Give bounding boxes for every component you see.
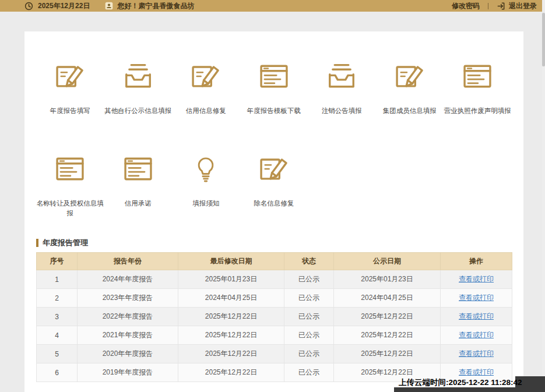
- shortcut-item[interactable]: 年度报告模板下载: [240, 61, 308, 116]
- cell-status: 已公示: [284, 289, 334, 308]
- cell-modified: 2025年12月22日: [178, 345, 284, 363]
- table-row: 52020年年度报告2025年12月22日已公示2025年12月22日查看或打印: [37, 345, 512, 363]
- shortcut-label: 填报须知: [192, 199, 219, 209]
- cell-published: 2025年12月22日: [334, 326, 441, 345]
- dark-strip: [394, 387, 545, 392]
- section-marker: [36, 239, 38, 247]
- form-document-icon: [462, 61, 493, 92]
- shortcut-label: 年度报告填写: [50, 106, 90, 116]
- inbox-tray-icon: [326, 61, 357, 92]
- report-table-body: 12024年年度报告2025年01月23日已公示2025年01月23日查看或打印…: [37, 270, 512, 382]
- column-header-status: 状态: [284, 253, 334, 270]
- inbox-tray-icon: [122, 61, 154, 92]
- shortcut-item[interactable]: 信用信息修复: [172, 61, 240, 116]
- shortcut-row-1: 年度报告填写其他自行公示信息填报信用信息修复年度报告模板下载注销公告填报集团成员…: [24, 31, 523, 116]
- topbar-right: 修改密码 退出登录: [452, 1, 537, 11]
- cell-no: 1: [37, 270, 78, 289]
- cell-action: 查看或打印: [441, 345, 512, 363]
- edit-pencil-icon: [258, 153, 290, 185]
- table-row: 22023年年度报告2024年04月25日已公示2024年04月25日查看或打印: [37, 289, 512, 308]
- shortcut-item[interactable]: 营业执照作废声明填报: [444, 61, 512, 116]
- table-row: 12024年年度报告2025年01月23日已公示2025年01月23日查看或打印: [37, 270, 512, 289]
- topbar-left: 2025年12月22日 您好！肃宁县香傲食品坊: [24, 1, 194, 11]
- cell-action: 查看或打印: [441, 270, 512, 289]
- cell-status: 已公示: [284, 326, 334, 345]
- cell-no: 4: [37, 326, 78, 345]
- view-or-print-link[interactable]: 查看或打印: [459, 294, 494, 302]
- scrollbar[interactable]: [542, 0, 545, 392]
- view-or-print-link[interactable]: 查看或打印: [459, 349, 494, 358]
- cell-published: 2024年04月25日: [334, 289, 441, 308]
- cell-action: 查看或打印: [441, 326, 512, 345]
- section-header: 年度报告管理: [36, 238, 512, 248]
- shortcut-label: 注销公告填报: [322, 106, 362, 116]
- view-or-print-link[interactable]: 查看或打印: [459, 368, 494, 376]
- view-or-print-link[interactable]: 查看或打印: [459, 331, 494, 339]
- cell-modified: 2025年01月23日: [178, 270, 284, 289]
- cell-modified: 2025年12月22日: [178, 326, 284, 345]
- main-card: 年度报告填写其他自行公示信息填报信用信息修复年度报告模板下载注销公告填报集团成员…: [24, 31, 523, 392]
- cell-year: 2022年年度报告: [78, 308, 178, 326]
- lightbulb-icon: [190, 153, 221, 185]
- column-header-no: 序号: [37, 253, 78, 270]
- cell-year: 2019年年度报告: [78, 363, 178, 382]
- view-or-print-link[interactable]: 查看或打印: [459, 312, 494, 320]
- shortcut-item[interactable]: 集团成员信息填报: [376, 61, 444, 116]
- cell-modified: 2025年12月22日: [178, 363, 284, 382]
- shortcut-item[interactable]: 名称转让及授权信息填报: [36, 153, 104, 218]
- cell-year: 2023年年度报告: [78, 289, 178, 308]
- cell-modified: 2025年12月22日: [178, 308, 284, 326]
- topbar-divider: [488, 3, 488, 9]
- edit-pencil-icon: [54, 61, 86, 92]
- cell-status: 已公示: [284, 363, 334, 382]
- column-header-year: 报告年份: [78, 253, 178, 270]
- cell-year: 2020年年度报告: [78, 345, 178, 363]
- shortcut-item[interactable]: 信用承诺: [104, 153, 173, 209]
- shortcut-label: 其他自行公示信息填报: [104, 106, 171, 116]
- change-password-link[interactable]: 修改密码: [452, 1, 480, 11]
- shortcut-item[interactable]: 其他自行公示信息填报: [104, 61, 173, 116]
- cell-no: 2: [37, 289, 78, 308]
- cell-year: 2021年年度报告: [78, 326, 178, 345]
- form-document-icon: [122, 153, 154, 185]
- user-greeting: 您好！肃宁县香傲食品坊: [117, 1, 194, 11]
- logout-link[interactable]: 退出登录: [509, 1, 537, 11]
- shortcut-label: 年度报告模板下载: [247, 106, 301, 116]
- scrollbar-thumb[interactable]: [542, 13, 545, 66]
- shortcut-item[interactable]: 填报须知: [172, 153, 240, 209]
- edit-pencil-icon: [190, 61, 221, 92]
- cell-published: 2025年01月23日: [334, 270, 441, 289]
- annual-report-table: 序号报告年份最后修改日期状态公示日期操作 12024年年度报告2025年01月2…: [36, 252, 512, 382]
- cell-year: 2024年年度报告: [78, 270, 178, 289]
- shortcut-label: 除名信息修复: [254, 199, 294, 209]
- cell-status: 已公示: [284, 270, 334, 289]
- column-header-action: 操作: [441, 253, 512, 270]
- cell-no: 5: [37, 345, 78, 363]
- shortcut-item[interactable]: 注销公告填报: [308, 61, 376, 116]
- user-badge-icon: [105, 2, 113, 10]
- shortcut-item[interactable]: 除名信息修复: [240, 153, 308, 209]
- current-date: 2025年12月22日: [38, 1, 90, 11]
- cell-modified: 2024年04月25日: [178, 289, 284, 308]
- shortcut-label: 营业执照作废声明填报: [444, 106, 511, 116]
- topbar: 2025年12月22日 您好！肃宁县香傲食品坊 修改密码 退出登录: [0, 0, 545, 12]
- clock-icon: [24, 2, 33, 10]
- cell-no: 6: [37, 363, 78, 382]
- shortcut-label: 信用信息修复: [186, 106, 226, 116]
- column-header-published: 公示日期: [334, 253, 441, 270]
- logout-icon: [497, 2, 505, 10]
- edit-pencil-icon: [394, 61, 426, 92]
- shortcut-label: 名称转让及授权信息填报: [36, 199, 104, 218]
- section-title: 年度报告管理: [43, 238, 88, 248]
- cell-action: 查看或打印: [441, 308, 512, 326]
- table-row: 32022年年度报告2025年12月22日已公示2025年12月22日查看或打印: [37, 308, 512, 326]
- shortcut-row-2: 名称转让及授权信息填报信用承诺填报须知除名信息修复: [24, 116, 523, 218]
- table-row: 42021年年度报告2025年12月22日已公示2025年12月22日查看或打印: [37, 326, 512, 345]
- form-document-icon: [258, 61, 290, 92]
- cell-no: 3: [37, 308, 78, 326]
- view-or-print-link[interactable]: 查看或打印: [459, 275, 494, 283]
- table-header-row: 序号报告年份最后修改日期状态公示日期操作: [37, 253, 512, 270]
- shortcut-item[interactable]: 年度报告填写: [36, 61, 104, 116]
- upload-timestamp: 上传云端时间:2025-12-22 11:28:42: [399, 377, 522, 388]
- cell-status: 已公示: [284, 345, 334, 363]
